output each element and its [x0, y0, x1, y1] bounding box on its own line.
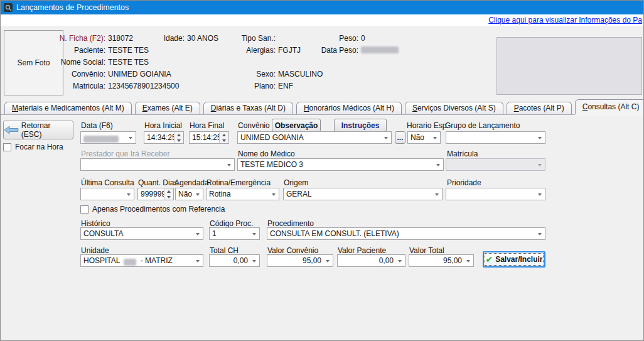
chevron-down-icon	[326, 260, 330, 263]
spin-up-icon[interactable]	[164, 188, 173, 194]
historico-label: Histórico	[81, 219, 110, 228]
procedimento-combo[interactable]: CONSULTA EM CONSULT. (ELETIVA)	[267, 227, 545, 240]
peso-label: Peso:	[314, 34, 358, 43]
origem-label: Origem	[284, 178, 308, 187]
matricula-header-value: 12345678901234500	[108, 82, 179, 90]
tab-servicos-diversos[interactable]: Serviços Diversos (Alt S)	[405, 102, 503, 114]
matricula-header-label: Matricula:	[63, 82, 105, 90]
nome-social-label: Nome Social:	[57, 58, 105, 67]
focar-na-hora-row: Focar na Hora	[3, 143, 63, 151]
tab-pacotes[interactable]: Pacotes (Alt P)	[507, 102, 572, 114]
convenio-label: Convênio	[238, 121, 270, 130]
prioridade-combo[interactable]	[446, 188, 545, 200]
spin-down-icon[interactable]	[164, 194, 173, 200]
valor-convenio-field[interactable]: 95,00	[267, 254, 333, 267]
chevron-down-icon	[538, 137, 542, 139]
chevron-down-icon	[227, 164, 231, 166]
tab-consultas[interactable]: Consultas (Alt C)	[575, 99, 644, 114]
origem-combo[interactable]: GERAL	[283, 188, 443, 200]
sexo-value: MASCULINO	[278, 70, 323, 78]
spin-down-icon[interactable]	[174, 138, 183, 143]
nome-social-value: TESTE TES	[108, 58, 149, 67]
apenas-referencia-label: Apenas Procedimentos com Referencia	[92, 205, 225, 214]
horario-esp-label: Horario Esp.	[407, 121, 449, 130]
convenio-combo[interactable]: UNIMED GOIANIA	[237, 131, 392, 144]
horario-esp-combo[interactable]: Não	[407, 131, 441, 144]
grupo-lancamento-combo[interactable]	[446, 131, 545, 144]
convenio-header-value: UNIMED GOIANIA	[108, 70, 171, 78]
chevron-down-icon	[252, 233, 256, 235]
valor-convenio-label: Valor Convênio	[267, 246, 318, 255]
spin-up-icon[interactable]	[220, 132, 228, 138]
valor-paciente-field[interactable]: 0,00	[337, 254, 405, 267]
unidade-label: Unidade	[81, 246, 109, 255]
chevron-down-icon	[196, 233, 200, 235]
photo-placeholder-label: Sem Foto	[17, 58, 50, 67]
nome-medico-combo[interactable]: TESTE MEDICO 3	[237, 158, 444, 171]
procedures-window: Lançamentos de Procedimentos Clique aqui…	[0, 0, 644, 341]
quant-dias-label: Quant. Dias	[138, 178, 178, 187]
chevron-down-icon	[435, 193, 439, 196]
tab-exames[interactable]: Exames (Alt E)	[135, 102, 200, 114]
spin-down-icon[interactable]	[220, 138, 228, 143]
plano-value: ENF	[278, 82, 293, 90]
agendada-label: Agendada	[174, 178, 209, 187]
more-options-button[interactable]: ...	[395, 131, 405, 144]
agendada-combo[interactable]: Não	[175, 188, 203, 200]
valor-total-field[interactable]: 95,00	[409, 254, 474, 267]
hora-final-spinner[interactable]: 15:14:25	[189, 131, 229, 144]
ultima-consulta-label: Última Consulta	[81, 178, 134, 187]
chevron-down-icon	[538, 233, 542, 235]
ultima-consulta-combo[interactable]	[80, 188, 134, 200]
apenas-referencia-row: Apenas Procedimentos com Referencia	[80, 205, 225, 214]
salvar-incluir-button[interactable]: ✔ Salvar/Incluir	[483, 251, 545, 268]
data-redacted-value	[83, 136, 119, 143]
ficha-label: N. Ficha (F2):	[51, 34, 105, 43]
idade-value: 30 ANOS	[187, 34, 218, 43]
sexo-label: Sexo:	[239, 70, 276, 78]
peso-value: 0	[361, 34, 365, 43]
historico-combo[interactable]: CONSULTA	[80, 227, 203, 240]
codigo-proc-combo[interactable]: 1	[209, 227, 260, 240]
rotina-emergencia-combo[interactable]: Rotina	[206, 188, 279, 200]
unidade-redacted-segment	[124, 259, 136, 266]
title-bar: Lançamentos de Procedimentos	[1, 1, 643, 14]
alergias-label: Alergias:	[239, 46, 276, 55]
chevron-down-icon	[196, 193, 200, 196]
hora-inicial-spinner[interactable]: 14:34:25	[144, 131, 184, 144]
chevron-down-icon	[398, 260, 402, 263]
focar-na-hora-checkbox[interactable]	[3, 143, 11, 151]
chevron-down-icon	[433, 137, 437, 139]
valor-total-label: Valor Total	[409, 246, 444, 255]
observacao-button[interactable]: Observação	[272, 119, 321, 132]
total-ch-field[interactable]: 0,00	[209, 254, 260, 267]
spin-up-icon[interactable]	[174, 132, 183, 138]
data-label: Data (F6)	[81, 121, 113, 130]
tab-honorarios-medicos[interactable]: Honorários Médicos (Alt H)	[296, 102, 402, 114]
ficha-value: 318072	[108, 34, 133, 43]
chevron-down-icon	[436, 164, 440, 166]
focar-na-hora-label: Focar na Hora	[15, 143, 63, 151]
app-icon	[4, 3, 13, 12]
paciente-label: Paciente:	[63, 46, 105, 55]
chevron-down-icon	[538, 193, 542, 196]
convenio-header-label: Convênio:	[63, 70, 105, 78]
tab-baseline	[1, 114, 643, 115]
patient-info-link[interactable]: Clique aqui para visualizar Informações …	[488, 16, 642, 24]
procedimento-label: Procedimento	[267, 219, 314, 228]
unidade-combo[interactable]: HOSPITAL - MATRIZ	[80, 254, 203, 267]
matricula-label: Matrícula	[447, 149, 478, 158]
instrucoes-button[interactable]: Instruções	[334, 119, 387, 132]
chevron-down-icon	[272, 193, 276, 196]
tab-strip: Materiais e Medicamentos (Alt M) Exames …	[4, 100, 643, 114]
paciente-value: TESTE TES	[108, 46, 149, 55]
retornar-label: Retornar (ESC)	[21, 121, 73, 139]
arrow-left-icon	[4, 126, 19, 134]
quant-dias-spinner[interactable]: 999999	[137, 188, 174, 200]
apenas-referencia-checkbox[interactable]	[80, 205, 89, 214]
prestador-combo[interactable]	[80, 158, 235, 171]
data-combo[interactable]	[80, 131, 136, 144]
retornar-button[interactable]: Retornar (ESC)	[3, 121, 73, 139]
tab-diarias-taxas[interactable]: Diárias e Taxas (Alt D)	[203, 102, 293, 114]
tab-materiais-medicamentos[interactable]: Materiais e Medicamentos (Alt M)	[4, 102, 132, 114]
